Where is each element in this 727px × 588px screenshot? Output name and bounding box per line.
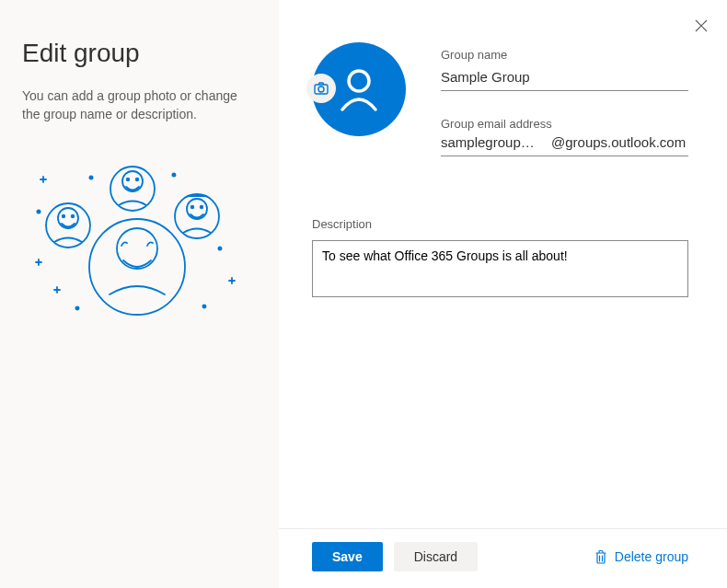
svg-point-10 xyxy=(175,194,219,238)
svg-point-9 xyxy=(72,214,75,217)
svg-point-6 xyxy=(46,203,90,248)
svg-point-22 xyxy=(318,86,324,92)
svg-point-2 xyxy=(110,167,155,211)
people-illustration xyxy=(22,161,257,339)
svg-point-5 xyxy=(136,178,139,180)
svg-point-16 xyxy=(218,247,221,249)
person-icon xyxy=(333,63,385,115)
close-icon xyxy=(694,18,709,33)
svg-point-3 xyxy=(122,171,143,191)
svg-point-18 xyxy=(202,305,205,307)
svg-point-20 xyxy=(349,71,369,91)
page-title: Edit group xyxy=(22,39,257,68)
trash-icon xyxy=(594,549,607,564)
delete-group-link[interactable]: Delete group xyxy=(594,549,688,564)
delete-group-label: Delete group xyxy=(615,549,688,564)
svg-point-11 xyxy=(187,199,207,219)
group-email-label: Group email address xyxy=(441,117,688,131)
description-label: Description xyxy=(312,217,688,231)
svg-point-8 xyxy=(63,214,65,217)
save-button[interactable]: Save xyxy=(312,542,383,571)
page-subtitle: You can add a group photo or change the … xyxy=(22,86,257,124)
group-name-input[interactable] xyxy=(441,65,688,91)
svg-point-17 xyxy=(75,306,78,309)
description-textarea[interactable] xyxy=(312,240,688,297)
svg-point-13 xyxy=(201,205,203,208)
svg-point-1 xyxy=(117,228,157,269)
svg-point-12 xyxy=(191,205,194,208)
svg-point-7 xyxy=(58,208,78,228)
svg-point-15 xyxy=(172,173,175,176)
svg-point-14 xyxy=(89,176,92,179)
svg-point-4 xyxy=(127,178,130,180)
close-button[interactable] xyxy=(688,13,714,39)
camera-icon xyxy=(314,82,329,95)
group-email-domain: @groups.outlook.com xyxy=(551,134,686,150)
discard-button[interactable]: Discard xyxy=(394,542,478,571)
change-photo-button[interactable] xyxy=(306,74,336,103)
group-email-input[interactable]: samplegroup2… xyxy=(441,134,542,150)
svg-point-19 xyxy=(37,210,40,213)
group-name-label: Group name xyxy=(441,48,688,62)
